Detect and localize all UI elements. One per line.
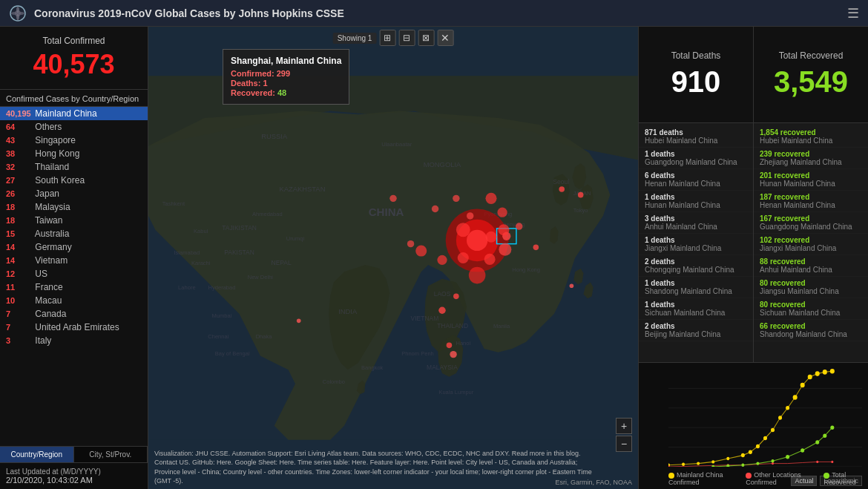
table-view-button[interactable]: ⊠ — [418, 30, 434, 46]
last-updated-label: Last Updated at (M/D/YYYY) — [6, 467, 142, 476]
death-count: 6 deaths — [645, 171, 747, 180]
death-count: 1 deaths — [645, 301, 747, 309]
country-list-item[interactable]: 18 Malaysia — [0, 200, 148, 214]
country-list-item[interactable]: 11 France — [0, 280, 148, 294]
country-list-item[interactable]: 40,195 Mainland China — [0, 107, 148, 120]
svg-point-110 — [830, 425, 834, 430]
grid-view-button[interactable]: ⊟ — [398, 30, 415, 46]
menu-icon[interactable]: ☰ — [847, 5, 859, 22]
svg-text:Tashkent: Tashkent — [162, 200, 185, 207]
recovered-list-item: 187 recoveredHenan Mainland China — [754, 191, 868, 212]
country-count: 11 — [6, 283, 33, 292]
deaths-list-item: 871 deathsHubei Mainland China — [639, 126, 753, 148]
recovered-location: Hubei Mainland China — [760, 137, 862, 145]
recovered-list-item: 88 recoveredAnhui Mainland China — [754, 255, 868, 277]
svg-point-47 — [485, 193, 496, 204]
svg-text:Mumbai: Mumbai — [212, 312, 232, 319]
recovered-location: Jiangsu Mainland China — [760, 287, 862, 295]
svg-point-95 — [830, 369, 835, 374]
country-count: 27 — [6, 176, 33, 185]
svg-point-50 — [456, 223, 470, 237]
popup-deaths-label: Deaths: — [231, 79, 260, 88]
country-name: Macau — [33, 295, 62, 306]
country-list-item[interactable]: 18 Taiwan — [0, 214, 148, 227]
total-confirmed-value: 40,573 — [9, 49, 139, 80]
country-list-item[interactable]: 7 United Arab Emirates — [0, 321, 148, 334]
panel-tabs: Country/RegionCity, St/Prov. — [0, 446, 148, 463]
recovered-list-item: 167 recoveredGuangdong Mainland China — [754, 212, 868, 234]
recovered-label: Total Recovered — [779, 50, 844, 61]
svg-point-93 — [815, 371, 820, 376]
country-list-item[interactable]: 38 Hong Kong — [0, 147, 148, 160]
svg-point-103 — [741, 464, 744, 467]
svg-point-88 — [778, 416, 782, 420]
zoom-out-button[interactable]: − — [616, 436, 632, 452]
death-count: 2 deaths — [645, 257, 747, 266]
country-name: US — [33, 269, 47, 279]
country-list-item[interactable]: 27 South Korea — [0, 174, 148, 187]
deaths-list-item: 1 deathsJiangxi Mainland China — [639, 234, 753, 255]
svg-point-99 — [816, 461, 818, 463]
recovered-location: Jiangxi Mainland China — [760, 244, 862, 252]
svg-point-94 — [823, 370, 827, 375]
popup-deaths-value: 1 — [263, 79, 267, 88]
country-list-item[interactable]: 7 Canada — [0, 307, 148, 321]
svg-point-107 — [800, 448, 804, 453]
death-location: Hubei Mainland China — [645, 137, 747, 145]
zoom-in-button[interactable]: + — [616, 418, 632, 434]
popup-title: Shanghai, Mainland China — [231, 56, 341, 66]
country-list-item[interactable]: 43 Singapore — [0, 134, 148, 147]
country-count: 32 — [6, 163, 33, 171]
svg-point-44 — [467, 230, 487, 251]
country-name: United Arab Emirates — [33, 322, 119, 332]
svg-point-105 — [772, 459, 775, 462]
svg-point-84 — [749, 450, 752, 454]
deaths-list-item: 1 deathsHunan Mainland China — [639, 191, 753, 212]
country-list-item[interactable]: 32 Thailand — [0, 160, 148, 174]
panel-tab[interactable]: City, St/Prov. — [74, 447, 148, 462]
chart-container: Jan 20 Jan 25 Jan 30 Feb 1 Feb 5 Mainlan… — [639, 363, 868, 489]
recovered-count: 187 recovered — [760, 193, 862, 201]
country-list-item[interactable]: 12 US — [0, 267, 148, 280]
svg-point-87 — [771, 428, 775, 433]
death-count: 1 deaths — [645, 150, 747, 158]
popup-deaths: Deaths: 1 — [231, 79, 341, 88]
list-view-button[interactable]: ⊞ — [379, 30, 395, 46]
svg-text:Bangkok: Bangkok — [361, 364, 384, 371]
country-name: Singapore — [33, 135, 76, 145]
death-location: Henan Mainland China — [645, 180, 747, 188]
country-list-item[interactable]: 64 Others — [0, 120, 148, 134]
country-list-item[interactable]: 14 Vietnam — [0, 254, 148, 267]
zoom-controls: + − — [616, 418, 632, 452]
svg-point-48 — [469, 267, 486, 284]
country-list-item[interactable]: 3 Italy — [0, 334, 148, 347]
panel-tab[interactable]: Country/Region — [0, 447, 74, 462]
confirmed-list-header: Confirmed Cases by Country/Region — [0, 90, 148, 107]
recovered-list-item: 239 recoveredZhejiang Mainland China — [754, 148, 868, 169]
country-name: Australia — [33, 229, 69, 239]
legend-dot — [668, 473, 674, 479]
svg-text:Ahmedabad: Ahmedabad — [252, 211, 283, 217]
death-location: Hunan Mainland China — [645, 201, 747, 209]
country-list: 40,195 Mainland China64 Others43 Singapo… — [0, 107, 148, 446]
deaths-list-item: 2 deathsChongqing Mainland China — [639, 255, 753, 277]
country-list-item[interactable]: 15 Australia — [0, 227, 148, 240]
country-list-item[interactable]: 26 Japan — [0, 187, 148, 200]
map-popup: Shanghai, Mainland China Confirmed: 299 … — [223, 49, 349, 105]
svg-point-51 — [458, 252, 469, 263]
right-panels: Total Deaths 910 Total Recovered 3,549 8… — [638, 27, 868, 489]
svg-text:Lahore: Lahore — [178, 284, 195, 291]
country-name: Others — [33, 122, 62, 132]
country-list-item[interactable]: 10 Macau — [0, 294, 148, 307]
death-location: Jiangxi Mainland China — [645, 244, 747, 252]
svg-point-71 — [407, 240, 414, 247]
svg-text:RUSSIA: RUSSIA — [261, 132, 288, 140]
close-panel-button[interactable]: ✕ — [437, 30, 453, 46]
country-list-item[interactable]: 14 Germany — [0, 240, 148, 254]
country-name: Thailand — [33, 162, 69, 172]
legend-label: Mainland China Confirmed — [668, 471, 723, 486]
svg-text:Phnom Penh: Phnom Penh — [401, 351, 434, 358]
legend-dot — [746, 473, 752, 479]
svg-point-49 — [499, 243, 511, 256]
death-count: 1 deaths — [645, 236, 747, 244]
